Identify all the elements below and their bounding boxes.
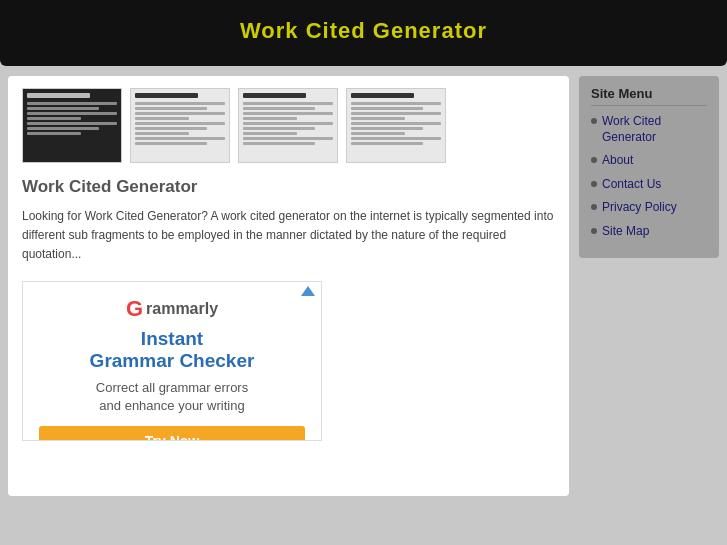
sidebar-item-work-cited[interactable]: Work Cited Generator xyxy=(591,114,707,145)
sidebar-item-contact[interactable]: Contact Us xyxy=(591,177,707,193)
grammarly-g: G xyxy=(126,296,143,322)
thumbnail-row xyxy=(22,88,555,163)
thumbnail-1[interactable] xyxy=(22,88,122,163)
ad-logo: G rammarly xyxy=(39,296,305,322)
site-header: Work Cited Generator xyxy=(0,0,727,66)
bullet-icon xyxy=(591,181,597,187)
sidebar-item-about[interactable]: About xyxy=(591,153,707,169)
sidebar-link-privacy[interactable]: Privacy Policy xyxy=(602,200,677,216)
article-body: Looking for Work Cited Generator? A work… xyxy=(22,207,555,265)
thumbnail-3[interactable] xyxy=(238,88,338,163)
ad-container: G rammarly InstantGrammar Checker Correc… xyxy=(22,281,322,441)
ad-cta-button[interactable]: Try Now xyxy=(39,426,305,441)
ad-icon xyxy=(301,286,315,296)
sidebar-link-sitemap[interactable]: Site Map xyxy=(602,224,649,240)
ad-inner: G rammarly InstantGrammar Checker Correc… xyxy=(23,282,321,441)
ad-subline: Correct all grammar errorsand enhance yo… xyxy=(39,379,305,415)
sidebar-box: Site Menu Work Cited Generator About Con… xyxy=(579,76,719,258)
bullet-icon xyxy=(591,228,597,234)
grammarly-name: rammarly xyxy=(146,300,218,318)
ad-headline: InstantGrammar Checker xyxy=(39,328,305,374)
sidebar: Site Menu Work Cited Generator About Con… xyxy=(579,76,719,258)
thumbnail-2[interactable] xyxy=(130,88,230,163)
sidebar-link-contact[interactable]: Contact Us xyxy=(602,177,661,193)
sidebar-link-work-cited[interactable]: Work Cited Generator xyxy=(602,114,707,145)
article-title: Work Cited Generator xyxy=(22,177,555,197)
sidebar-item-sitemap[interactable]: Site Map xyxy=(591,224,707,240)
bullet-icon xyxy=(591,118,597,124)
sidebar-title: Site Menu xyxy=(591,86,707,106)
sidebar-link-about[interactable]: About xyxy=(602,153,633,169)
bullet-icon xyxy=(591,204,597,210)
thumbnail-4[interactable] xyxy=(346,88,446,163)
sidebar-item-privacy[interactable]: Privacy Policy xyxy=(591,200,707,216)
bullet-icon xyxy=(591,157,597,163)
body-wrap: Work Cited Generator Looking for Work Ci… xyxy=(0,66,727,506)
main-content: Work Cited Generator Looking for Work Ci… xyxy=(8,76,569,496)
site-title: Work Cited Generator xyxy=(20,18,707,44)
